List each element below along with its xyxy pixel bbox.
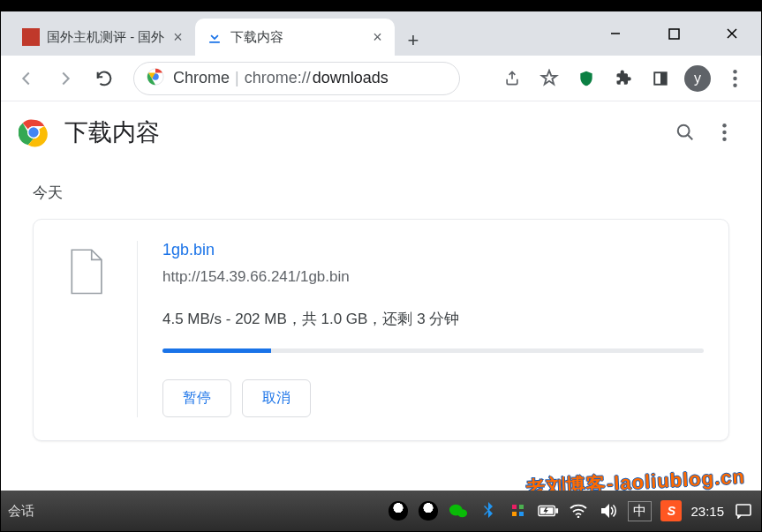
download-url: http://154.39.66.241/1gb.bin	[162, 268, 704, 286]
bookmark-button[interactable]	[532, 62, 567, 95]
progress-bar	[162, 348, 271, 353]
share-button[interactable]	[494, 62, 530, 95]
svg-rect-21	[512, 512, 517, 516]
close-icon[interactable]: ×	[171, 26, 185, 49]
tab-inactive[interactable]: 国外主机测评 - 国外 ×	[11, 19, 195, 56]
svg-rect-20	[519, 505, 524, 509]
window-titlebar	[1, 1, 761, 11]
pause-button[interactable]: 暂停	[162, 379, 231, 417]
file-thumbnail	[34, 241, 138, 417]
taskbar-clock[interactable]: 23:15	[690, 504, 724, 519]
search-button[interactable]	[666, 113, 705, 152]
tab-favicon	[22, 28, 40, 46]
cancel-button[interactable]: 取消	[242, 379, 311, 417]
svg-point-16	[722, 138, 726, 141]
file-icon	[65, 248, 106, 297]
reading-list-icon[interactable]	[643, 62, 678, 95]
browser-toolbar: Chrome | chrome://downloads y	[1, 56, 761, 101]
app-tray-icon[interactable]	[508, 500, 529, 521]
notifications-icon[interactable]	[733, 500, 754, 521]
new-tab-button[interactable]: +	[398, 26, 428, 56]
progress-track	[162, 348, 704, 353]
download-icon	[206, 28, 223, 46]
maximize-button[interactable]	[645, 11, 703, 56]
download-status: 4.5 MB/s - 202 MB，共 1.0 GB，还剩 3 分钟	[162, 309, 704, 329]
download-item: 1gb.bin http://154.39.66.241/1gb.bin 4.5…	[33, 219, 729, 441]
section-label: 今天	[1, 163, 761, 219]
svg-rect-22	[519, 512, 524, 516]
back-button[interactable]	[10, 62, 43, 95]
extensions-button[interactable]	[606, 62, 641, 95]
volume-icon[interactable]	[598, 500, 619, 521]
tab-strip: 国外主机测评 - 国外 × 下载内容 × +	[1, 11, 761, 56]
window-close-button[interactable]	[703, 11, 761, 56]
svg-rect-24	[556, 508, 559, 513]
svg-rect-19	[512, 505, 517, 509]
svg-rect-1	[669, 29, 679, 39]
chrome-logo-icon	[19, 117, 49, 147]
downloads-page: 下载内容 今天 1gb.bin http://154.39.66.241/1gb…	[1, 101, 761, 491]
download-filename[interactable]: 1gb.bin	[162, 241, 704, 259]
wifi-icon[interactable]	[568, 500, 589, 521]
profile-avatar[interactable]: y	[680, 62, 715, 95]
site-info-icon[interactable]	[147, 68, 164, 89]
sogou-icon[interactable]: S	[660, 500, 682, 521]
minimize-button[interactable]	[586, 11, 645, 56]
taskbar-app[interactable]: 会话	[8, 503, 34, 520]
tab-title: 下载内容	[230, 29, 364, 46]
page-title: 下载内容	[64, 116, 666, 148]
wechat-icon[interactable]	[448, 500, 469, 521]
shield-icon[interactable]	[569, 62, 604, 95]
svg-point-26	[577, 516, 580, 518]
svg-point-7	[733, 76, 736, 79]
window-controls	[586, 11, 761, 56]
page-header: 下载内容	[1, 101, 761, 163]
bluetooth-icon[interactable]	[478, 500, 499, 521]
battery-icon[interactable]	[538, 500, 559, 521]
url-text: Chrome | chrome://downloads	[173, 69, 389, 87]
menu-button[interactable]	[717, 62, 752, 95]
svg-line-13	[688, 135, 693, 140]
tab-title: 国外主机测评 - 国外	[47, 29, 164, 46]
svg-rect-5	[660, 72, 667, 85]
qq-icon[interactable]	[388, 500, 409, 521]
svg-point-6	[733, 70, 736, 73]
forward-button[interactable]	[49, 62, 82, 95]
svg-point-15	[722, 131, 726, 134]
reload-button[interactable]	[87, 62, 121, 95]
close-icon[interactable]: ×	[371, 26, 384, 49]
ime-indicator[interactable]: 中	[628, 501, 652, 521]
qq-icon[interactable]	[418, 500, 439, 521]
svg-point-14	[722, 124, 726, 127]
address-bar[interactable]: Chrome | chrome://downloads	[133, 62, 460, 95]
svg-rect-27	[736, 505, 751, 515]
taskbar: 会话 中 S 23:15	[1, 491, 761, 531]
more-button[interactable]	[705, 113, 743, 152]
tab-active[interactable]: 下载内容 ×	[195, 19, 395, 56]
svg-point-18	[458, 509, 468, 517]
svg-point-8	[733, 83, 736, 86]
svg-point-12	[678, 125, 690, 137]
